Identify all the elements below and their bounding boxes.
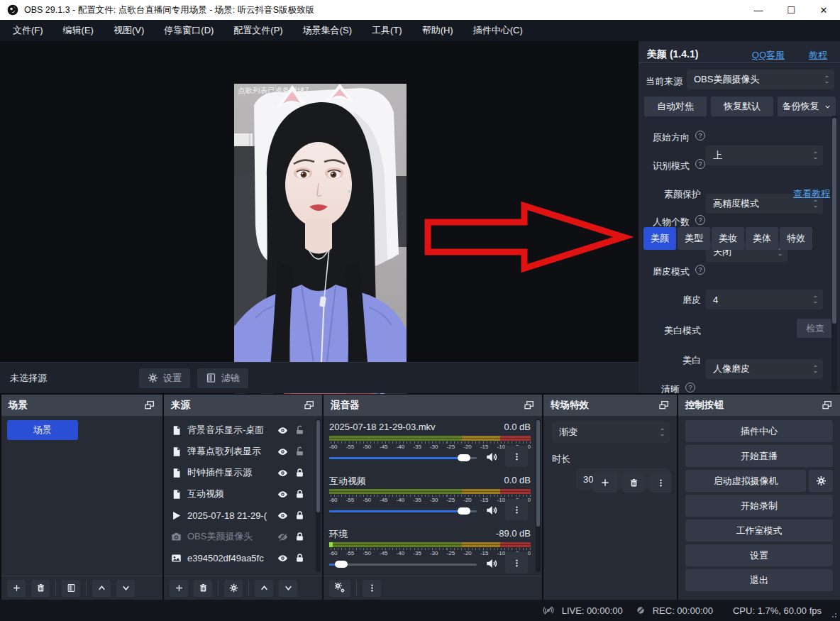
lock-icon[interactable]	[294, 489, 305, 500]
source-move-up-button[interactable]	[255, 580, 273, 597]
volume-slider[interactable]	[329, 505, 477, 517]
tab-body[interactable]: 美体	[746, 227, 778, 250]
channel-menu-button[interactable]	[505, 499, 528, 520]
popout-icon[interactable]	[524, 400, 535, 411]
help-icon[interactable]: ?	[695, 215, 705, 225]
help-icon[interactable]: ?	[695, 159, 705, 169]
start-virtual-camera-button[interactable]: 启动虚拟摄像机	[685, 470, 806, 492]
speaker-icon[interactable]	[485, 504, 498, 517]
popout-icon[interactable]	[822, 400, 833, 411]
unlock-icon[interactable]	[294, 446, 305, 457]
scene-list-item[interactable]: 场景	[7, 420, 78, 440]
popout-icon[interactable]	[304, 400, 315, 411]
transition-combobox[interactable]: 渐变	[552, 422, 670, 443]
plugin-center-button[interactable]: 插件中心	[685, 420, 833, 442]
visibility-eye-icon[interactable]	[277, 468, 289, 478]
menu-plugin-center[interactable]: 插件中心(C)	[463, 20, 533, 41]
maximize-button[interactable]: ☐	[775, 0, 807, 20]
close-button[interactable]: ✕	[807, 0, 840, 20]
speaker-icon[interactable]	[485, 557, 498, 570]
source-move-down-button[interactable]	[279, 580, 297, 597]
source-properties-button[interactable]: 设置	[139, 368, 190, 388]
source-row[interactable]: 时钟插件显示源	[167, 463, 317, 483]
popout-icon[interactable]	[658, 400, 670, 411]
autofocus-button[interactable]: 自动对焦	[644, 97, 707, 116]
current-source-combobox[interactable]: OBS美颜摄像头	[687, 70, 834, 89]
exit-button[interactable]: 退出	[685, 569, 833, 591]
lock-icon[interactable]	[294, 553, 305, 564]
chevron-updown-icon[interactable]	[824, 70, 830, 89]
menu-view[interactable]: 视图(V)	[104, 20, 154, 41]
advanced-audio-button[interactable]	[329, 580, 350, 597]
speaker-icon[interactable]	[485, 451, 498, 463]
menu-file[interactable]: 文件(F)	[3, 20, 53, 41]
add-transition-button[interactable]	[593, 473, 617, 493]
lock-icon[interactable]	[294, 532, 305, 542]
visibility-eye-icon[interactable]	[277, 446, 289, 457]
channel-menu-button[interactable]	[505, 552, 528, 573]
visibility-eye-icon[interactable]	[277, 425, 289, 436]
orientation-combobox[interactable]: 上	[706, 145, 823, 165]
scene-move-up-button[interactable]	[92, 580, 111, 597]
popout-icon[interactable]	[144, 400, 155, 411]
scene-filters-button[interactable]	[62, 580, 80, 597]
visibility-eye-icon[interactable]	[277, 553, 289, 564]
backup-restore-button[interactable]: 备份恢复	[778, 97, 836, 116]
tab-effects[interactable]: 特效	[780, 227, 812, 250]
check-button[interactable]: 检查	[797, 319, 834, 338]
menu-profile[interactable]: 配置文件(P)	[223, 20, 292, 41]
help-icon[interactable]: ?	[685, 383, 695, 392]
help-icon[interactable]: ?	[695, 265, 705, 275]
source-row[interactable]: OBS美颜摄像头	[167, 527, 317, 546]
menu-help[interactable]: 帮助(H)	[412, 20, 463, 41]
start-streaming-button[interactable]: 开始直播	[685, 445, 833, 467]
view-tutorial-link[interactable]: 查看教程	[793, 187, 830, 200]
tab-reshape[interactable]: 美型	[678, 227, 710, 250]
tab-beauty[interactable]: 美颜	[643, 227, 676, 250]
lock-icon[interactable]	[294, 510, 305, 521]
volume-slider[interactable]	[329, 451, 477, 464]
virtual-camera-settings-button[interactable]	[809, 470, 833, 492]
qq-support-link[interactable]: QQ客服	[752, 49, 785, 62]
minimize-button[interactable]: —	[742, 0, 775, 20]
smooth-mode-combobox[interactable]: 人像磨皮	[706, 359, 823, 379]
visibility-eye-icon[interactable]	[277, 489, 289, 500]
remove-scene-button[interactable]	[31, 580, 50, 597]
mixer-menu-button[interactable]	[363, 580, 381, 597]
source-row[interactable]: 2025-07-18 21-29-(	[167, 505, 317, 525]
visibility-eye-off-icon[interactable]	[277, 532, 289, 542]
visibility-eye-icon[interactable]	[277, 510, 289, 521]
preview-canvas[interactable]: 0 X 点歌列表已准备就绪7	[0, 41, 639, 362]
start-recording-button[interactable]: 开始录制	[685, 495, 833, 517]
lock-icon[interactable]	[294, 468, 305, 478]
menu-scene-collection[interactable]: 场景集合(S)	[293, 20, 362, 41]
source-row[interactable]: 背景音乐显示-桌面	[167, 420, 317, 440]
add-scene-button[interactable]	[7, 580, 26, 597]
source-filters-button[interactable]: 滤镜	[197, 368, 248, 388]
menu-tools[interactable]: 工具(T)	[362, 20, 412, 41]
remove-source-button[interactable]	[194, 580, 212, 597]
webcam-preview[interactable]: 0 X 点歌列表已准备就绪7	[234, 84, 407, 394]
source-row[interactable]: 互动视频	[167, 484, 317, 504]
resize-grip[interactable]	[831, 612, 837, 618]
source-properties-gear-button[interactable]	[224, 580, 243, 597]
settings-button[interactable]: 设置	[685, 544, 833, 566]
volume-slider[interactable]	[329, 558, 477, 571]
mixer-scrollbar[interactable]	[536, 419, 541, 572]
menu-edit[interactable]: 编辑(E)	[53, 20, 104, 41]
channel-menu-button[interactable]	[505, 446, 528, 467]
transition-menu-button[interactable]	[650, 473, 671, 493]
source-row[interactable]: e394502df49aa5fc	[167, 548, 317, 568]
tab-makeup[interactable]: 美妆	[712, 227, 744, 250]
scene-move-down-button[interactable]	[116, 580, 135, 597]
beauty-panel-scrollbar[interactable]	[831, 116, 837, 391]
restore-default-button[interactable]: 恢复默认	[711, 97, 773, 116]
help-icon[interactable]: ?	[695, 131, 705, 141]
sources-scrollbar[interactable]	[316, 419, 321, 572]
studio-mode-button[interactable]: 工作室模式	[685, 520, 833, 542]
tutorial-link[interactable]: 教程	[809, 49, 827, 62]
source-row[interactable]: 弹幕点歌列表显示	[167, 441, 317, 461]
unlock-icon[interactable]	[294, 425, 305, 436]
person-count-spinner[interactable]: 4	[706, 290, 823, 309]
remove-transition-button[interactable]	[623, 473, 644, 493]
